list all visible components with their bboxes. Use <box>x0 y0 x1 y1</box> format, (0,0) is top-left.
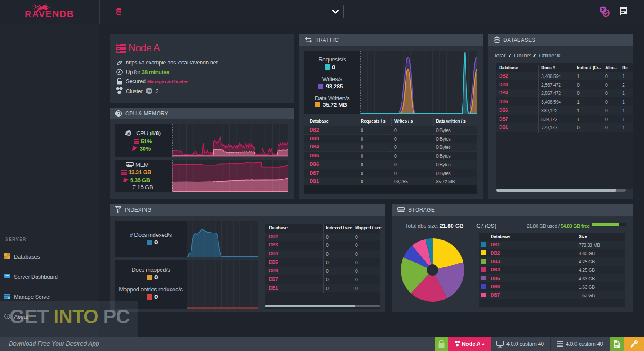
svg-text:M: M <box>148 89 151 93</box>
